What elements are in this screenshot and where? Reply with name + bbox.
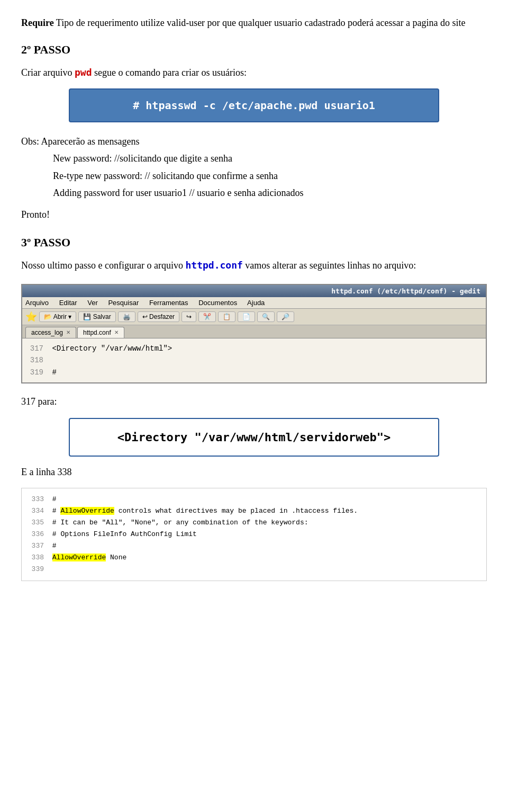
passo3-heading: 3º PASSO	[21, 236, 487, 249]
allow-override-highlight-338: AllowOverride	[52, 554, 106, 561]
gedit-tabs: access_log ✕ httpd.conf ✕	[22, 325, 486, 338]
gedit-title-text: httpd.conf (/etc/httpd/conf) - gedit	[331, 287, 480, 295]
obs-line1: New password: //solicitando que digite a…	[53, 150, 487, 167]
menu-ver[interactable]: Ver	[87, 299, 98, 307]
pwd-highlight: pwd	[75, 67, 92, 78]
code-line-336: 336 # Options FileInfo AuthConfig Limit	[29, 529, 479, 540]
intro-text: Tipo de requerimento utilize valid-user …	[54, 17, 466, 28]
code-block: 333 # 334 # AllowOverride controls what …	[21, 488, 487, 582]
directory-command-box: <Directory "/var/www/html/servidorweb">	[69, 418, 439, 457]
passo2-heading: 2º PASSO	[21, 43, 487, 57]
code-line-334-prefix: #	[52, 507, 61, 515]
save-button[interactable]: 💾 Salvar	[78, 311, 115, 322]
line-317-text: <Directory "/var/www/html">	[52, 344, 172, 353]
code-line-336-text: # Options FileInfo AuthConfig Limit	[52, 530, 197, 538]
menu-documentos[interactable]: Documentos	[198, 299, 237, 307]
line-num-317: 317	[29, 343, 43, 354]
tab-access-log-close[interactable]: ✕	[66, 329, 70, 335]
htpasswd-command-box: # htpasswd -c /etc/apache.pwd usuario1	[69, 88, 439, 122]
gedit-titlebar: httpd.conf (/etc/httpd/conf) - gedit	[22, 285, 486, 297]
intro-paragraph: Require Tipo de requerimento utilize val…	[21, 16, 487, 30]
gedit-line-317: 317 <Directory "/var/www/html">	[29, 343, 479, 354]
code-line-335: 335 # It can be "All", "None", or any co…	[29, 517, 479, 529]
obs-block: Obs: Aparecerão as mensagens New passwor…	[21, 133, 487, 223]
pronto-text: Pronto!	[21, 206, 487, 223]
menu-editar[interactable]: Editar	[59, 299, 77, 307]
gedit-toolbar: ⭐ 📂 Abrir ▾ 💾 Salvar 🖨️ ↩ Desfazer ↪ ✂️ …	[22, 309, 486, 325]
copy-button[interactable]: 📋	[218, 311, 235, 322]
redo-button[interactable]: ↪	[182, 311, 196, 322]
undo-button[interactable]: ↩ Desfazer	[138, 311, 179, 322]
cut-button[interactable]: ✂️	[198, 311, 216, 322]
code-line-333: 333 #	[29, 494, 479, 505]
code-line-338-rest: None	[106, 554, 126, 561]
allow-override-highlight-334: AllowOverride	[60, 507, 114, 515]
code-linenum-334: 334	[29, 505, 44, 517]
line-338-intro: E a linha 338	[21, 465, 487, 479]
code-linenum-335: 335	[29, 517, 44, 529]
code-line-334: 334 # AllowOverride controls what direct…	[29, 505, 479, 517]
para-317-text: 317 para:	[21, 394, 487, 409]
gedit-window: httpd.conf (/etc/httpd/conf) - gedit Arq…	[21, 284, 487, 383]
line-319-text: #	[52, 368, 56, 377]
code-line-337-text: #	[52, 542, 57, 550]
menu-arquivo[interactable]: Arquivo	[25, 299, 49, 307]
code-line-333-text: #	[52, 495, 57, 503]
obs-line2: Re-type new password: // solicitando que…	[53, 167, 487, 184]
obs-title: Obs: Aparecerão as mensagens	[21, 133, 487, 150]
code-line-334-rest: controls what directives may be placed i…	[114, 507, 358, 515]
code-linenum-339: 339	[29, 564, 44, 575]
code-line-339: 339	[29, 564, 479, 575]
menu-pesquisar[interactable]: Pesquisar	[108, 299, 139, 307]
open-button[interactable]: 📂 Abrir ▾	[39, 311, 76, 322]
htpasswd-command-text: # htpasswd -c /etc/apache.pwd usuario1	[133, 99, 375, 112]
tab-httpd-conf-label: httpd.conf	[83, 329, 111, 336]
code-linenum-333: 333	[29, 494, 44, 505]
require-keyword: Require	[21, 17, 54, 28]
passo3-description: Nosso ultimo passo e configurar o arquiv…	[21, 258, 487, 273]
code-linenum-338: 338	[29, 552, 44, 564]
code-line-338: 338 AllowOverride None	[29, 552, 479, 564]
paste-button[interactable]: 📄	[238, 311, 255, 322]
line-num-319: 319	[29, 367, 43, 378]
gedit-menubar[interactable]: Arquivo Editar Ver Pesquisar Ferramentas…	[22, 297, 486, 309]
tab-access-log[interactable]: access_log ✕	[25, 327, 76, 338]
code-line-337: 337 #	[29, 540, 479, 552]
directory-command-text: <Directory "/var/www/html/servidorweb">	[117, 431, 391, 444]
code-line-335-text: # It can be "All", "None", or any combin…	[52, 519, 309, 527]
tab-access-log-label: access_log	[31, 329, 63, 336]
tab-httpd-conf-close[interactable]: ✕	[114, 329, 119, 335]
code-linenum-337: 337	[29, 540, 44, 552]
find-button[interactable]: 🔍	[257, 311, 275, 322]
create-file-text: Criar arquivo pwd segue o comando para c…	[21, 65, 487, 80]
gedit-content: 317 <Directory "/var/www/html"> 318 319 …	[22, 338, 486, 382]
toolbar-star-icon: ⭐	[25, 311, 37, 323]
gedit-line-319: 319 #	[29, 367, 479, 378]
print-button[interactable]: 🖨️	[118, 311, 135, 322]
gedit-line-318: 318	[29, 354, 479, 366]
menu-ajuda[interactable]: Ajuda	[247, 299, 265, 307]
line-num-318: 318	[29, 354, 43, 366]
httpd-conf-highlight: httpd.conf	[185, 260, 242, 271]
code-linenum-336: 336	[29, 529, 44, 540]
menu-ferramentas[interactable]: Ferramentas	[149, 299, 188, 307]
tab-httpd-conf[interactable]: httpd.conf ✕	[77, 327, 124, 338]
extra-button[interactable]: 🔎	[277, 311, 294, 322]
obs-line3: Adding password for user usuario1 // usu…	[53, 184, 487, 201]
